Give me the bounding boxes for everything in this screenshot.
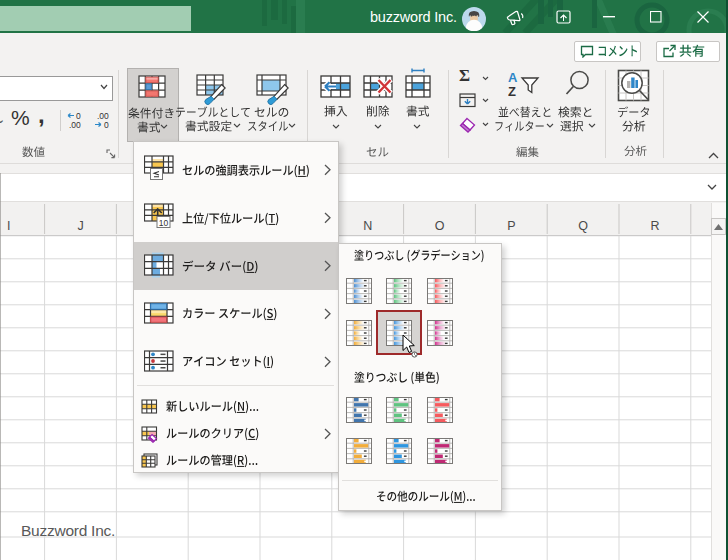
svg-text:P: P xyxy=(507,219,515,233)
svg-text:A: A xyxy=(508,70,518,85)
svg-text:N: N xyxy=(363,219,372,233)
svg-text:I: I xyxy=(7,219,10,233)
svg-text:Z: Z xyxy=(508,84,516,99)
svg-text:Q: Q xyxy=(578,219,588,233)
svg-text:J: J xyxy=(77,219,83,233)
svg-text:0: 0 xyxy=(104,120,109,129)
svg-text:.00: .00 xyxy=(69,120,81,129)
svg-text:O: O xyxy=(435,219,445,233)
svg-text:R: R xyxy=(650,219,659,233)
svg-text:10: 10 xyxy=(159,218,169,228)
